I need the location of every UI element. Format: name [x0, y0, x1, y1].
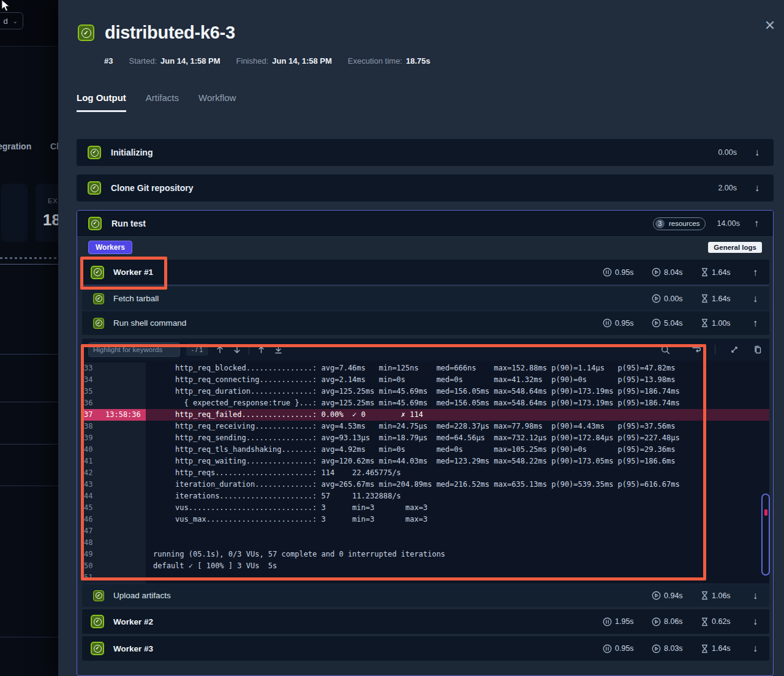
log-line-gutter: 46 [82, 514, 146, 525]
step-worker-2[interactable]: ✓ Worker #2 1.95s 8.06s 0.62s ↓ [82, 609, 769, 634]
log-line: 50default ✓ [ 100% ] 3 VUs 5s [82, 560, 769, 572]
pause-circle-icon [603, 318, 612, 328]
log-line-timestamp [97, 421, 105, 432]
expand-arrow-icon[interactable]: ↓ [752, 182, 763, 193]
log-line: 48 [82, 537, 769, 549]
step-worker-3[interactable]: ✓ Worker #3 0.95s 8.03s 1.64s ↓ [82, 636, 769, 661]
collapse-arrow-icon[interactable]: ↑ [750, 318, 761, 329]
success-status-icon: ✓ [91, 266, 104, 279]
log-line-gutter: 33 [82, 362, 146, 374]
divider [0, 444, 58, 445]
wrap-lines-icon[interactable] [690, 344, 701, 355]
previous-match-icon[interactable] [214, 344, 225, 355]
log-line-timestamp [97, 467, 105, 479]
hourglass-icon [701, 294, 709, 303]
log-line-gutter: 45 [82, 502, 146, 514]
terminal-lines[interactable]: 33 http_req_blocked...............: avg=… [82, 361, 769, 584]
general-logs-button[interactable]: General logs [708, 242, 762, 253]
expand-arrow-icon[interactable]: ↓ [750, 616, 761, 627]
log-line-text: default ✓ [ 100% ] 3 VUs 5s [146, 560, 277, 572]
collapse-arrow-icon[interactable]: ↑ [750, 267, 761, 278]
next-match-icon[interactable] [232, 344, 243, 355]
background-dropdown-label: d [3, 17, 7, 26]
tab-workflow[interactable]: Workflow [198, 92, 236, 112]
search-icon[interactable] [660, 344, 671, 355]
background-dropdown-fragment[interactable]: d ⌄ [0, 12, 23, 29]
background-tab-fragment[interactable]: egration [0, 141, 31, 151]
log-line-text: http_req_blocked...............: avg=7.4… [146, 362, 676, 374]
log-line: 44 iterations.....................: 57 1… [82, 490, 769, 502]
scrollbar-highlight-marker [764, 509, 767, 516]
log-line-number: 35 [82, 386, 97, 397]
expand-arrow-icon[interactable]: ↓ [752, 147, 763, 158]
section-label: Run test [111, 219, 146, 228]
log-line-gutter: 47 [82, 525, 146, 537]
divider [0, 637, 58, 637]
scroll-to-top-icon[interactable] [255, 344, 266, 355]
divider [0, 402, 58, 402]
divider [0, 354, 58, 355]
run-time: 0.00s [652, 294, 701, 303]
queue-time: 1.95s [603, 617, 652, 626]
log-line-timestamp [97, 537, 105, 549]
hourglass-icon [701, 268, 709, 277]
log-line-timestamp [97, 490, 105, 502]
highlight-keywords-field[interactable] [93, 346, 187, 353]
play-circle-icon [652, 318, 661, 328]
expand-arrow-icon[interactable]: ↓ [750, 643, 761, 654]
run-test-header[interactable]: ✓ Run test 3 resources 14.00s ↑ [77, 211, 773, 237]
tab-bar: Log Output Artifacts Workflow [77, 92, 236, 112]
step-fetch-tarball[interactable]: ✓ Fetch tarball 0.00s 1.64s ↓ [82, 286, 769, 310]
workers-filter-badge[interactable]: Workers [88, 241, 132, 254]
fullscreen-icon[interactable] [729, 344, 740, 355]
divider [0, 486, 58, 486]
terminal-toolbar: - / 1 [82, 339, 769, 361]
wall-time: 1.64s [701, 644, 745, 653]
step-run-shell-command[interactable]: ✓ Run shell command 0.95s 5.04s 1.00s [82, 310, 769, 335]
expand-arrow-icon[interactable]: ↓ [750, 590, 761, 601]
log-line-gutter: 43 [82, 479, 146, 490]
log-line-text: http_req_duration..............: avg=125… [146, 386, 680, 397]
section-clone-git[interactable]: ✓ Clone Git repository 2.00s ↓ [77, 175, 774, 201]
log-line-gutter: 35 [82, 386, 146, 397]
background-tab-fragment[interactable]: Cl [50, 141, 59, 151]
queue-time: 0.95s [603, 268, 652, 277]
pause-circle-icon [603, 268, 612, 277]
divider [249, 345, 249, 355]
success-status-icon: ✓ [93, 293, 104, 304]
execution-time-label: Execution time: [348, 56, 402, 66]
tab-artifacts[interactable]: Artifacts [146, 92, 179, 112]
log-line: 40 http_req_tls_handshaking.......: avg=… [82, 444, 769, 456]
step-upload-artifacts[interactable]: ✓ Upload artifacts 0.94s 1.06s ↓ [82, 584, 769, 607]
log-line: 35 http_req_duration..............: avg=… [82, 386, 769, 397]
background-page: d ⌄ egration Cl EX 18 [0, 0, 58, 676]
started-value: Jun 14, 1:58 PM [160, 56, 221, 66]
log-line-timestamp [97, 397, 105, 409]
scroll-to-bottom-icon[interactable] [273, 344, 284, 355]
wall-time: 0.62s [701, 617, 745, 626]
run-number: #3 [104, 56, 113, 66]
section-initializing[interactable]: ✓ Initializing 0.00s ↓ [77, 139, 774, 166]
finished-label: Finished: [236, 56, 269, 66]
step-worker-1[interactable]: ✓ Worker #1 0.95s 8.04s 1.64s ↑ [82, 260, 769, 285]
step-label: Fetch tarball [113, 294, 159, 303]
log-line-text: running (05.1s), 0/3 VUs, 57 complete an… [146, 549, 445, 560]
wall-time: 1.06s [701, 591, 745, 600]
log-line: 45 vus............................: 3 mi… [82, 502, 769, 514]
copy-icon[interactable] [752, 344, 763, 355]
collapse-arrow-icon[interactable]: ↑ [751, 218, 762, 229]
resources-badge[interactable]: 3 resources [653, 217, 706, 230]
highlight-keywords-input[interactable] [88, 342, 180, 357]
log-line-number: 48 [82, 537, 97, 549]
log-line-text: { expected_response:true }...: avg=125.2… [146, 397, 680, 409]
log-line-number: 45 [82, 502, 97, 514]
step-label: Upload artifacts [113, 591, 171, 600]
log-line-timestamp [97, 386, 105, 397]
log-line: 47 [82, 525, 769, 537]
log-line-text: http_req_sending...............: avg=93.… [146, 432, 680, 444]
expand-arrow-icon[interactable]: ↓ [750, 293, 761, 304]
terminal-scrollbar[interactable] [761, 494, 770, 576]
log-line-text [146, 537, 153, 549]
close-icon[interactable]: ✕ [761, 17, 778, 34]
tab-log-output[interactable]: Log Output [77, 92, 126, 112]
